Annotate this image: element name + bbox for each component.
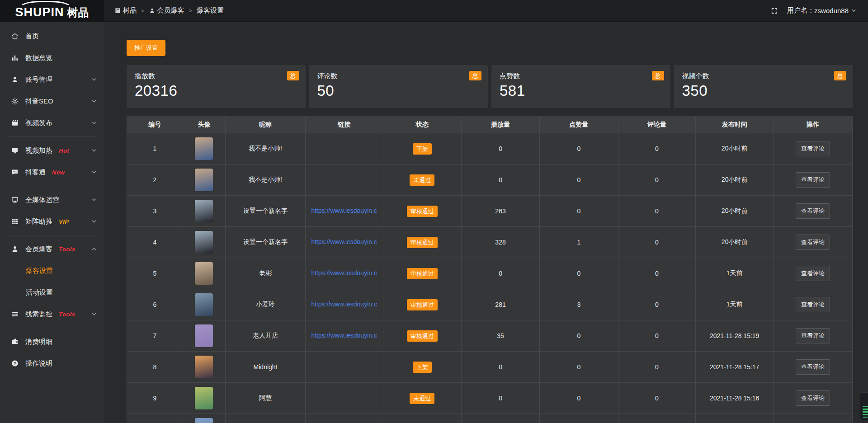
- sidebar-item-all-media[interactable]: 全媒体运营: [0, 189, 104, 211]
- sidebar-item-video-publish[interactable]: 视频发布: [0, 112, 104, 134]
- table-row: 2我不是小帅!未通过00020小时前查看评论: [127, 164, 853, 196]
- breadcrumb-item-member-baoke[interactable]: 会员爆客: [149, 6, 184, 15]
- avatar: [195, 356, 213, 378]
- video-link[interactable]: https://www.iesdouyin.c: [311, 207, 377, 214]
- sidebar-item-label: 消费明细: [25, 338, 52, 346]
- sidebar-divider: [7, 136, 97, 137]
- sidebar-item-video-heat[interactable]: 视频加热Hot: [0, 140, 104, 161]
- status-badge: 下架: [413, 362, 432, 373]
- cell-comments: 0: [618, 164, 696, 196]
- sidebar-item-consume-detail[interactable]: 消费明细: [0, 331, 104, 352]
- floating-widget-stripes-icon: [863, 406, 868, 418]
- sidebar-subitem-baoke-settings[interactable]: 爆客设置: [0, 260, 104, 282]
- stat-card-value: 50: [317, 82, 480, 99]
- floating-widget[interactable]: [860, 392, 868, 420]
- view-comments-button[interactable]: 查看评论: [796, 203, 830, 219]
- video-link[interactable]: https://www.iesdouyin.c: [311, 269, 377, 277]
- sidebar-item-member-baoke[interactable]: 会员爆客Tools: [0, 238, 104, 260]
- gear-icon: [11, 97, 19, 105]
- cell-status: 未通过: [383, 164, 461, 196]
- sidebar-item-label: 视频发布: [25, 119, 52, 127]
- sidebar-item-doukertong[interactable]: 抖客通New: [0, 161, 104, 183]
- cell-status: 审核通过: [383, 258, 461, 289]
- chevron-up-icon: [91, 246, 97, 252]
- avatar: [195, 169, 213, 191]
- stat-card-label: 评论数: [317, 72, 480, 80]
- cell-action: 查看评论: [774, 133, 853, 164]
- sidebar-item-douyin-seo[interactable]: 抖音SEO: [0, 90, 104, 112]
- view-comments-button[interactable]: 查看评论: [796, 390, 830, 406]
- chevron-down-icon: [91, 197, 97, 202]
- video-link[interactable]: https://www.iesdouyin.c: [311, 238, 377, 245]
- sidebar-item-operation-guide[interactable]: ?操作说明: [0, 352, 104, 374]
- sidebar-item-data-overview[interactable]: 数据总览: [0, 47, 104, 69]
- sidebar-item-home[interactable]: 首页: [0, 25, 104, 47]
- cell-link: [305, 383, 383, 414]
- view-comments-button[interactable]: 查看评论: [796, 297, 830, 312]
- cell-nickname: [226, 414, 306, 423]
- svg-text:?: ?: [14, 361, 16, 366]
- avatar: [195, 262, 213, 285]
- sidebar-subitem-activity-settings[interactable]: 活动设置: [0, 282, 104, 303]
- avatar: [195, 293, 213, 316]
- view-comments-button[interactable]: 查看评论: [796, 141, 830, 156]
- status-badge: 未通过: [410, 393, 434, 404]
- cell-plays: 0: [461, 383, 539, 414]
- table-row: 6小爱玲https://www.iesdouyin.c审核通过281301天前查…: [127, 289, 853, 320]
- cell-likes: 0: [540, 320, 618, 352]
- cell-time: 20小时前: [696, 164, 774, 196]
- cell-status: 审核通过: [383, 196, 461, 227]
- brand-logo[interactable]: SHUPIN 树品: [0, 0, 104, 22]
- logo-arc-icon: [19, 1, 73, 16]
- cell-link: [305, 133, 383, 164]
- chat-icon: [11, 168, 19, 176]
- user-menu[interactable]: 用户名：zswodun88: [787, 6, 856, 15]
- cell-action: 查看评论: [774, 258, 853, 289]
- sidebar-item-badge: Hot: [59, 147, 69, 154]
- sidebar-item-label: 线索监控: [25, 310, 52, 319]
- cell-comments: 0: [618, 258, 696, 289]
- cell-action: 查看评论: [774, 227, 853, 258]
- stat-card-value: 581: [500, 82, 662, 99]
- cell-nickname: 阿慧: [226, 383, 306, 414]
- view-comments-button[interactable]: 查看评论: [796, 235, 830, 250]
- promo-settings-button[interactable]: 推广设置: [127, 40, 165, 56]
- video-link[interactable]: https://www.iesdouyin.c: [311, 301, 377, 308]
- column-header: 播放量: [461, 116, 539, 133]
- video-link[interactable]: https://www.iesdouyin.c: [311, 332, 377, 339]
- cell-avatar: [183, 383, 226, 414]
- video-icon: [11, 119, 19, 127]
- cell-nickname: 设置一个新名字: [226, 196, 306, 227]
- app-root: SHUPIN 树品 首页数据总览账号管理抖音SEO视频发布视频加热Hot抖客通N…: [0, 0, 868, 423]
- stat-card-value: 20316: [135, 82, 297, 99]
- fullscreen-icon[interactable]: [771, 7, 778, 14]
- cell-avatar: [183, 414, 226, 423]
- cell-time: 1天前: [696, 289, 774, 320]
- cell-comments: 0: [618, 289, 696, 320]
- view-comments-button[interactable]: 查看评论: [796, 328, 830, 343]
- question-icon: ?: [11, 359, 19, 367]
- breadcrumb-item-shupin[interactable]: 树品: [115, 6, 137, 15]
- view-comments-button[interactable]: 查看评论: [796, 172, 830, 188]
- cell-plays: [461, 414, 539, 423]
- cell-link: [305, 164, 383, 196]
- column-header: 操作: [774, 116, 853, 133]
- sidebar-item-label: 数据总览: [25, 54, 52, 62]
- status-badge: 审核通过: [407, 237, 438, 248]
- stat-card-total-badge: 总: [834, 71, 846, 80]
- cell-nickname: 老彬: [226, 258, 306, 289]
- cell-comments: [618, 414, 696, 423]
- view-comments-button[interactable]: 查看评论: [796, 266, 830, 281]
- table-row: [127, 414, 853, 423]
- cell-plays: 281: [461, 289, 539, 320]
- sidebar-item-matrix-boost[interactable]: 矩阵助推VIP: [0, 211, 104, 232]
- sidebar-item-clue-monitor[interactable]: 线索监控Tools: [0, 303, 104, 325]
- cell-status: 审核通过: [383, 320, 461, 352]
- column-header: 点赞量: [540, 116, 618, 133]
- view-comments-button[interactable]: 查看评论: [796, 359, 830, 375]
- status-badge: 审核通过: [407, 299, 438, 310]
- cell-nickname: 我不是小帅!: [226, 164, 306, 196]
- cell-nickname: 我不是小帅!: [226, 133, 306, 164]
- cell-nickname: 老人开店: [226, 320, 306, 352]
- sidebar-item-account-manage[interactable]: 账号管理: [0, 69, 104, 90]
